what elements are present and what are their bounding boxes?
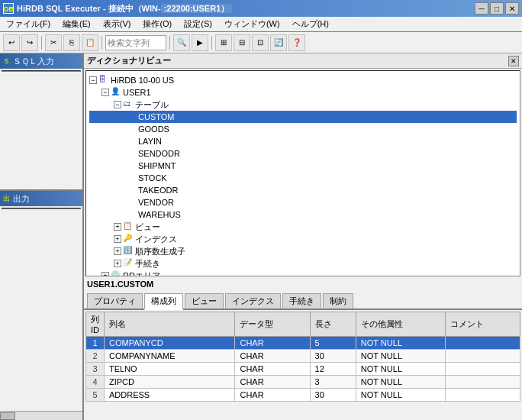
tree-label-warehus: WAREHUS (138, 210, 181, 219)
title-bar-text: HiRDB SQL Executer - 接続中（WIN-:22200:USER… (17, 3, 232, 15)
cell-type: CHAR (235, 363, 310, 376)
tree-label-stock: STOCK (138, 173, 167, 183)
main-area: Ｓ ＳＱＬ入力 出 出力 ディクショナリビュー ✕ − 🗄 (0, 53, 522, 420)
toolbar-copy[interactable]: ⎘ (63, 34, 80, 51)
tree-node-hirdb[interactable]: − 🗄 HiRDB 10-00 US (89, 74, 517, 86)
dict-title: ディクショナリビュー (87, 55, 171, 66)
menu-operation[interactable]: 操作(O) (140, 17, 175, 31)
cell-length: 3 (310, 376, 356, 389)
dict-header: ディクショナリビュー ✕ (84, 53, 522, 69)
tree-label-user1: USER1 (123, 88, 151, 97)
menu-settings[interactable]: 設定(S) (181, 17, 215, 31)
menu-view[interactable]: 表示(V) (100, 17, 134, 31)
title-bar-buttons[interactable]: ─ □ ✕ (475, 2, 519, 15)
tree-node-view-group[interactable]: + 📋 ビュー (89, 221, 517, 233)
tree-node-proc-group[interactable]: + 📝 手続き (89, 257, 517, 270)
dict-close-button[interactable]: ✕ (508, 56, 519, 66)
toolbar: ↩ ↪ ✂ ⎘ 📋 🔍 ▶ ⊞ ⊟ ⊡ 🔄 ❓ (0, 32, 522, 53)
expand-icon-seq[interactable]: + (114, 247, 121, 255)
cell-length: 30 (310, 350, 356, 363)
toolbar-redo[interactable]: ↪ (21, 34, 38, 51)
toolbar-paste[interactable]: 📋 (82, 34, 98, 51)
cell-attr: NOT NULL (356, 389, 445, 402)
seq-group-icon: 🔢 (123, 246, 134, 257)
tree-area[interactable]: − 🗄 HiRDB 10-00 US − 👤 USER1 − 🗂 テーブル (85, 70, 520, 276)
tree-node-shipmnt[interactable]: SHIPMNT (89, 160, 517, 172)
tab-procedure[interactable]: 手続き (282, 293, 321, 309)
tree-node-vendor[interactable]: VENDOR (89, 196, 517, 208)
expand-icon-user1[interactable]: − (102, 89, 109, 96)
tab-constraint[interactable]: 制約 (323, 293, 353, 309)
tab-index[interactable]: インデクス (225, 293, 281, 309)
cell-id: 5 (86, 389, 105, 402)
tree-node-custom[interactable]: CUSTOM (89, 111, 517, 123)
tree-label-custom: CUSTOM (138, 112, 174, 121)
tree-node-sendodr[interactable]: SENDODR (89, 147, 517, 160)
tab-properties[interactable]: プロパティ (87, 293, 143, 309)
table-row[interactable]: 4 ZIPCD CHAR 3 NOT NULL (86, 376, 520, 389)
tree-node-goods[interactable]: GOODS (89, 123, 517, 135)
tree-label-vendor: VENDOR (138, 198, 174, 207)
columns-table-area[interactable]: 列ID 列名 データ型 長さ その他属性 コメント 1 COMPANYCD CH… (85, 312, 520, 418)
title-bar-left: DB HiRDB SQL Executer - 接続中（WIN-:22200:U… (3, 3, 232, 15)
toolbar-undo[interactable]: ↩ (3, 34, 20, 51)
tree-node-index-group[interactable]: + 🔑 インデクス (89, 233, 517, 245)
tree-node-takeodr[interactable]: TAKEODR (89, 184, 517, 196)
cell-comment (445, 337, 520, 350)
scroll-thumb[interactable] (0, 412, 15, 420)
tab-columns[interactable]: 構成列 (144, 293, 183, 310)
table-row[interactable]: 1 COMPANYCD CHAR 5 NOT NULL (86, 337, 520, 350)
minimize-button[interactable]: ─ (475, 2, 488, 15)
toolbar-run[interactable]: ▶ (192, 34, 208, 51)
expand-icon-proc[interactable]: + (114, 260, 121, 267)
tree-node-stock[interactable]: STOCK (89, 172, 517, 184)
toolbar-sep4 (211, 36, 212, 50)
tree-node-layin[interactable]: LAYIN (89, 135, 517, 147)
tree-node-user1[interactable]: − 👤 USER1 (89, 86, 517, 99)
menu-help[interactable]: ヘルプ(H) (289, 17, 332, 31)
header-id: 列ID (86, 312, 105, 337)
tab-view[interactable]: ビュー (185, 293, 224, 309)
rd-icon: 💿 (111, 270, 121, 276)
left-panel: Ｓ ＳＱＬ入力 出 出力 (0, 53, 84, 420)
cell-name: TELNO (105, 363, 235, 376)
tabs-bar: プロパティ 構成列 ビュー インデクス 手続き 制約 (84, 292, 522, 310)
toolbar-btn3[interactable]: ⊡ (252, 34, 269, 51)
toolbar-cut[interactable]: ✂ (45, 34, 62, 51)
toolbar-btn2[interactable]: ⊟ (234, 34, 250, 51)
tree-label-shipmnt: SHIPMNT (138, 161, 176, 170)
tree-label-goods: GOODS (138, 124, 169, 134)
tree-node-warehus[interactable]: WAREHUS (89, 208, 517, 221)
tree-label-layin: LAYIN (138, 137, 162, 146)
output-panel-header: 出 出力 (0, 191, 82, 206)
menu-edit[interactable]: 編集(E) (60, 17, 94, 31)
tree-node-table-group[interactable]: − 🗂 テーブル (89, 99, 517, 111)
sql-editor[interactable] (2, 70, 81, 72)
expand-icon-tables[interactable]: − (114, 101, 121, 108)
expand-icon-hirdb[interactable]: − (89, 76, 97, 84)
search-input[interactable] (105, 35, 166, 50)
close-button[interactable]: ✕ (505, 2, 519, 15)
expand-icon-rd[interactable]: + (102, 272, 109, 276)
properties-section: USER1.CUSTOM プロパティ 構成列 ビュー インデクス 手続き 制約 … (84, 278, 522, 420)
table-row[interactable]: 3 TELNO CHAR 12 NOT NULL (86, 363, 520, 376)
tree-node-seq-group[interactable]: + 🔢 順序数生成子 (89, 245, 517, 257)
cell-id: 3 (86, 363, 105, 376)
table-row[interactable]: 2 COMPANYNAME CHAR 30 NOT NULL (86, 350, 520, 363)
tree-node-rd[interactable]: + 💿 RDエリア (89, 270, 517, 276)
index-group-icon: 🔑 (123, 234, 134, 244)
expand-icon-views[interactable]: + (114, 223, 121, 231)
toolbar-help[interactable]: ❓ (288, 34, 305, 51)
output-panel: 出 出力 (0, 191, 82, 411)
menu-file[interactable]: ファイル(F) (3, 17, 53, 31)
table-group-icon: 🗂 (123, 99, 134, 110)
output-icon: 出 (3, 194, 10, 204)
toolbar-btn4[interactable]: 🔄 (270, 34, 287, 51)
maximize-button[interactable]: □ (490, 2, 504, 15)
expand-icon-indexes[interactable]: + (114, 235, 121, 243)
toolbar-search[interactable]: 🔍 (173, 34, 190, 51)
left-scrollbar[interactable] (0, 411, 82, 420)
toolbar-btn1[interactable]: ⊞ (215, 34, 232, 51)
table-row[interactable]: 5 ADDRESS CHAR 30 NOT NULL (86, 389, 520, 402)
menu-window[interactable]: ウィンドウ(W) (221, 17, 283, 31)
